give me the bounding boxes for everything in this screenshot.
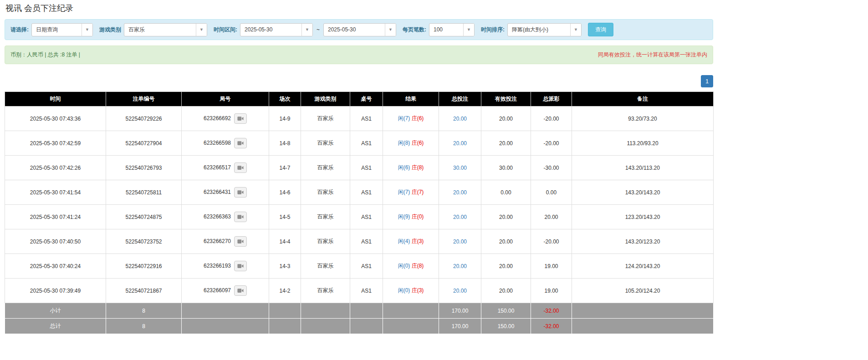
footer-total-bet: 170.00	[439, 319, 481, 334]
chevron-down-icon[interactable]: ▼	[570, 24, 581, 36]
video-replay-button[interactable]	[234, 212, 247, 222]
cell-payout: 19.00	[531, 254, 572, 279]
cell-session: 14-8	[269, 131, 301, 156]
chevron-down-icon[interactable]: ▼	[82, 24, 92, 36]
chevron-down-icon[interactable]: ▼	[196, 24, 207, 36]
video-icon	[237, 190, 244, 195]
cell-table-no: AS1	[350, 254, 383, 279]
total-row: 总计8170.00150.00-32.00	[5, 319, 714, 334]
chevron-down-icon[interactable]: ▼	[385, 24, 396, 36]
pagination: 1	[5, 75, 713, 87]
cell-total-bet: 20.00	[439, 279, 481, 303]
cell-session: 14-2	[269, 279, 301, 303]
query-type-select[interactable]: 日期查询 ▼	[31, 23, 93, 36]
cell-round-id: 623266270	[182, 229, 269, 254]
column-header-0: 时间	[5, 92, 106, 106]
footer-empty	[182, 303, 269, 319]
cell-bet-id: 522540725811	[106, 180, 182, 205]
round-id-text: 623266517	[204, 164, 231, 171]
video-icon	[237, 214, 244, 219]
total-bet-link[interactable]: 20.00	[453, 288, 467, 294]
cell-time: 2025-05-30 07:43:36	[5, 106, 106, 131]
video-icon	[237, 264, 244, 269]
date-to-value: 2025-05-30	[324, 24, 385, 36]
sort-order-select[interactable]: 降冪(由大到小) ▼	[507, 23, 582, 36]
cell-round-id: 623266598	[182, 131, 269, 156]
cell-result: 闲(7) 庄(6)	[383, 106, 439, 131]
column-header-7: 总投注	[439, 92, 481, 106]
chevron-down-icon[interactable]: ▼	[463, 24, 474, 36]
cell-round-id: 623266363	[182, 205, 269, 229]
round-id-text: 623266431	[204, 189, 231, 195]
search-button[interactable]: 查询	[588, 23, 613, 36]
video-replay-button[interactable]	[234, 187, 247, 198]
result-player: 闲(7)	[398, 189, 410, 195]
result-banker: 庄(7)	[412, 189, 424, 195]
cell-total-bet: 20.00	[439, 254, 481, 279]
select-type-label: 请选择:	[10, 26, 29, 34]
cell-time: 2025-05-30 07:39:49	[5, 279, 106, 303]
cell-valid-bet: 20.00	[481, 205, 531, 229]
cell-bet-id: 522540723752	[106, 229, 182, 254]
table-foot: 小计8170.00150.00-32.00总计8170.00150.00-32.…	[5, 303, 714, 334]
result-banker: 庄(6)	[412, 115, 424, 122]
total-bet-link[interactable]: 20.00	[453, 263, 467, 269]
notice-text: 同局有效投注，统一计算在该局第一张注单内	[598, 51, 707, 59]
footer-payout: -32.00	[531, 319, 572, 334]
cell-bet-id: 522540724875	[106, 205, 182, 229]
table-header-row: 时间注单编号局号场次游戏类别桌号结果总投注有效投注总派彩备注	[5, 92, 714, 106]
round-id-text: 623266193	[204, 263, 231, 269]
sort-order-value: 降冪(由大到小)	[508, 24, 570, 36]
cell-table-no: AS1	[350, 131, 383, 156]
total-bet-link[interactable]: 20.00	[453, 214, 467, 220]
cell-game-type: 百家乐	[301, 229, 350, 254]
video-replay-button[interactable]	[234, 113, 247, 124]
cell-total-bet: 30.00	[439, 156, 481, 180]
page-size-label: 每页笔数:	[403, 26, 426, 34]
total-bet-link[interactable]: 20.00	[453, 140, 467, 147]
footer-empty	[572, 319, 714, 334]
total-bet-link[interactable]: 20.00	[453, 189, 467, 196]
date-from-select[interactable]: 2025-05-30 ▼	[240, 23, 313, 36]
time-range-label: 时间区间:	[214, 26, 237, 34]
cell-result: 闲(8) 庄(6)	[383, 131, 439, 156]
video-replay-button[interactable]	[234, 236, 247, 247]
game-type-select[interactable]: 百家乐 ▼	[124, 23, 207, 36]
cell-session: 14-9	[269, 106, 301, 131]
game-type-value: 百家乐	[124, 24, 196, 36]
cell-result: 闲(0) 庄(8)	[383, 254, 439, 279]
cell-remark: 93.20/73.20	[572, 106, 714, 131]
result-player: 闲(9)	[398, 213, 410, 220]
video-replay-button[interactable]	[234, 261, 247, 271]
column-header-2: 局号	[182, 92, 269, 106]
result-player: 闲(6)	[398, 164, 410, 171]
page-size-value: 100	[429, 24, 463, 36]
footer-empty	[350, 319, 383, 334]
table-body: 2025-05-30 07:43:36522540729226623266692…	[5, 106, 714, 303]
video-replay-button[interactable]	[234, 162, 247, 173]
cell-payout: -20.00	[531, 229, 572, 254]
video-icon	[237, 165, 244, 170]
cell-total-bet: 20.00	[439, 205, 481, 229]
cell-remark: 143.20/123.20	[572, 229, 714, 254]
footer-empty	[182, 319, 269, 334]
cell-time: 2025-05-30 07:40:50	[5, 229, 106, 254]
total-bet-link[interactable]: 30.00	[453, 165, 467, 171]
cell-game-type: 百家乐	[301, 254, 350, 279]
cell-session: 14-3	[269, 254, 301, 279]
video-replay-button[interactable]	[234, 138, 247, 148]
page-1-button[interactable]: 1	[701, 75, 713, 87]
round-id-text: 623266692	[204, 115, 231, 122]
date-to-select[interactable]: 2025-05-30 ▼	[323, 23, 396, 36]
cell-table-no: AS1	[350, 229, 383, 254]
footer-valid-bet: 150.00	[481, 303, 531, 319]
video-replay-button[interactable]	[234, 285, 247, 296]
footer-empty	[350, 303, 383, 319]
page-size-select[interactable]: 100 ▼	[429, 23, 475, 36]
total-bet-link[interactable]: 20.00	[453, 238, 467, 245]
footer-empty	[572, 303, 714, 319]
footer-payout: -32.00	[531, 303, 572, 319]
cell-valid-bet: 20.00	[481, 254, 531, 279]
chevron-down-icon[interactable]: ▼	[301, 24, 312, 36]
total-bet-link[interactable]: 20.00	[453, 116, 467, 122]
